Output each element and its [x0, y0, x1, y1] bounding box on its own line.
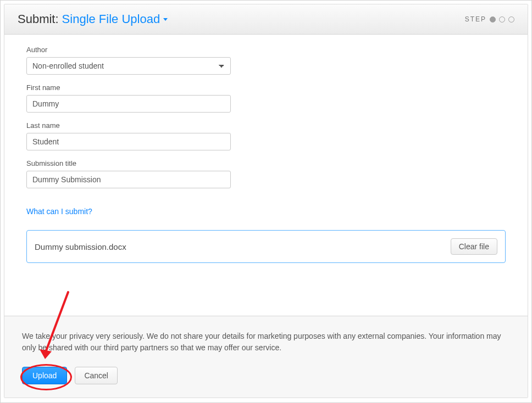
- author-field: Author Non-enrolled student: [26, 46, 246, 75]
- panel-header: Submit: Single File Upload STEP: [4, 4, 528, 35]
- privacy-text: We take your privacy very seriously. We …: [22, 331, 510, 354]
- step-1-icon: [490, 16, 496, 23]
- author-label: Author: [26, 46, 246, 54]
- submission-title-label: Submission title: [26, 159, 246, 167]
- button-row: Upload Cancel: [22, 367, 510, 384]
- upload-mode-label: Single File Upload: [62, 12, 160, 26]
- what-can-i-submit-link[interactable]: What can I submit?: [26, 207, 506, 216]
- page-root: Submit: Single File Upload STEP Author N…: [0, 0, 532, 403]
- first-name-input[interactable]: [26, 95, 231, 113]
- last-name-label: Last name: [26, 121, 246, 130]
- panel-footer: We take your privacy very seriously. We …: [4, 316, 528, 398]
- last-name-field: Last name: [26, 121, 246, 150]
- panel-body: Author Non-enrolled student First name L…: [4, 35, 528, 316]
- file-name-text: Dummy submission.docx: [35, 242, 126, 251]
- file-box: Dummy submission.docx Clear file: [26, 230, 506, 263]
- upload-mode-dropdown[interactable]: Single File Upload: [62, 12, 168, 26]
- cancel-button[interactable]: Cancel: [75, 367, 118, 384]
- submit-panel: Submit: Single File Upload STEP Author N…: [4, 4, 528, 398]
- title-group: Submit: Single File Upload: [18, 12, 168, 26]
- submission-title-field: Submission title: [26, 159, 246, 188]
- submission-title-input[interactable]: [26, 171, 231, 188]
- caret-down-icon: [163, 18, 168, 21]
- first-name-field: First name: [26, 83, 246, 113]
- first-name-label: First name: [26, 83, 246, 92]
- step-3-icon: [508, 16, 514, 23]
- upload-button[interactable]: Upload: [22, 367, 67, 384]
- step-indicator: STEP: [465, 15, 514, 23]
- clear-file-button[interactable]: Clear file: [451, 238, 497, 255]
- step-2-icon: [499, 16, 505, 23]
- last-name-input[interactable]: [26, 133, 231, 150]
- title-prefix: Submit:: [18, 12, 59, 26]
- step-label: STEP: [465, 15, 486, 23]
- author-select[interactable]: Non-enrolled student: [26, 57, 231, 75]
